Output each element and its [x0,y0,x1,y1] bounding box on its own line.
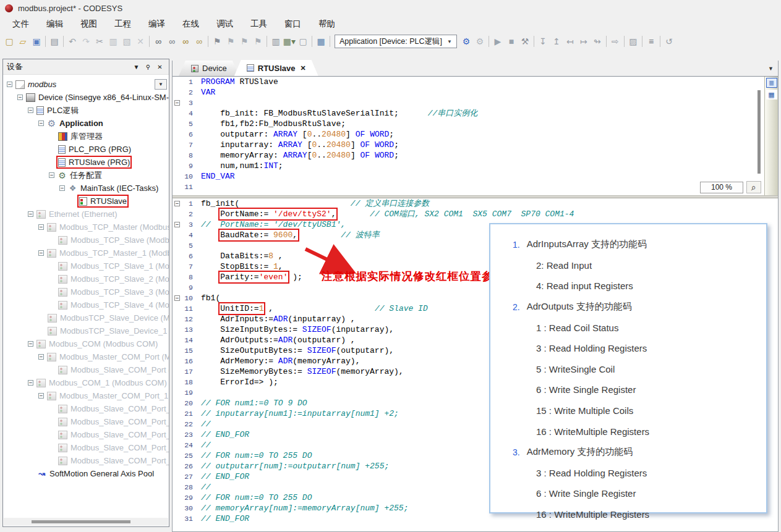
tree-row[interactable]: Modbus_Slave_COM_Port_3 (M [3,428,169,441]
tree-expander-icon[interactable]: − [17,95,23,100]
tree-expander-icon[interactable]: − [38,250,44,256]
code-line[interactable]: 9 num,num1:INT; [173,161,778,171]
implementation-editor[interactable]: −1fb_init( // 定义串口连接参数2 PortName:= '/dev… [173,198,778,531]
menu-item-window[interactable]: 窗口 [276,17,310,32]
clear-bookmarks-icon[interactable]: ⚑ [251,35,265,48]
tree-row[interactable]: −Modbus_COM (Modbus COM) [3,337,169,350]
menu-item-build[interactable]: 编译 [140,17,174,32]
tree-row[interactable]: Modbus_TCP_Slave (Modbus TC [3,234,169,247]
textual-view-button[interactable]: ≣ [766,78,777,88]
set-next-statement-icon[interactable]: ↬ [591,35,604,48]
tree-row[interactable]: Modbus_Slave_COM_Port_2 (M [3,415,169,428]
menu-item-view[interactable]: 视图 [72,17,106,32]
menu-item-online[interactable]: 在线 [174,17,208,32]
tree-row[interactable]: −Modbus_Master_COM_Port_1 (Mod [3,389,169,402]
bookmark-icon[interactable]: ⚑ [210,35,224,48]
code-line[interactable]: 10END_VAR [173,171,778,182]
watch-icon[interactable]: ≡ [644,35,658,48]
tree-expander-icon[interactable]: − [38,224,44,230]
menu-item-tools[interactable]: 工具 [242,17,276,32]
tree-expander-icon[interactable]: − [38,393,44,399]
fold-marker-icon[interactable]: − [174,222,180,227]
editor-vertical-scrollbar[interactable] [758,90,761,174]
build-config-icon[interactable]: ▦▾ [283,35,296,48]
tree-expander-icon[interactable]: − [7,82,12,87]
menu-item-project[interactable]: 工程 [106,17,140,32]
undo-icon[interactable]: ↶ [66,35,79,48]
tab-close-icon[interactable]: ✕ [300,64,305,72]
code-line[interactable]: 8 memoryArray: ARRAY[0..20480] OF WORD; [173,150,778,161]
step-out-icon[interactable]: ↤ [563,35,577,48]
run-to-cursor-icon[interactable]: ↦ [577,35,591,48]
tree-row[interactable]: PLC_PRG (PRG) [3,143,169,156]
close-icon[interactable]: ✕ [155,62,165,72]
tree-row[interactable]: ↝SoftMotion General Axis Pool [3,467,169,480]
previous-bookmark-icon[interactable]: ⚑ [224,35,237,48]
print-icon[interactable]: ▤ [48,35,61,48]
code-line[interactable]: 6 outputarr: ARRAY [0..20480] OF WORD; [173,129,778,140]
tree-expander-icon[interactable]: − [28,380,33,386]
tree-expander-icon[interactable]: − [59,185,65,191]
tree-root-dropdown[interactable]: ▼ [155,79,167,90]
tree-row[interactable]: −⚙Application [3,117,169,130]
compare-icon[interactable]: ▥ [269,35,283,48]
stop-icon[interactable]: ■ [505,35,518,48]
tree-row[interactable]: −Modbus_TCP_Master_1 (Modbus TC [3,247,169,260]
menu-item-debug[interactable]: 调试 [208,17,242,32]
open-project-icon[interactable]: ▱ [16,35,30,48]
menu-item-file[interactable]: 文件 [4,17,38,32]
fold-marker-icon[interactable]: − [174,295,180,301]
code-line[interactable]: 5 fb1,fb2:Fb_ModbusRtuSlave; [173,119,778,129]
tree-row[interactable]: −❖MainTask (IEC-Tasks) [3,182,169,195]
tree-expander-icon[interactable]: − [28,108,33,113]
panel-menu-icon[interactable]: ▼ [131,62,142,72]
start-icon[interactable]: ▶ [491,35,505,48]
tree-row[interactable]: −Modbus_COM_1 (Modbus COM) [3,376,169,389]
tree-row[interactable]: Modbus_TCP_Slave_2 (Modbus [3,272,169,285]
tab-rtuslave[interactable]: RTUSlave ✕ [234,60,318,76]
step-over-icon[interactable]: ↧ [536,35,550,48]
tree-expander-icon[interactable]: − [38,354,44,360]
build-icon[interactable]: ▦ [314,35,328,48]
tree-expander-icon[interactable]: − [28,341,33,347]
save-icon[interactable]: ▣ [30,35,43,48]
tree-row[interactable]: Modbus_TCP_Slave_3 (Modbus [3,285,169,298]
zoom-indicator[interactable]: 100 % [700,182,743,193]
login-icon[interactable]: ⚙ [459,35,473,48]
tree-row[interactable]: −PLC逻辑 [3,104,169,117]
paste-icon[interactable]: ▧ [120,35,134,48]
menu-item-edit[interactable]: 编辑 [38,17,72,32]
tree-row[interactable]: Modbus_TCP_Slave_1 (Modbus [3,260,169,272]
tree-row[interactable]: −Device (Sinsegye x86_64-Linux-SM-CNC) [3,91,169,104]
tree-expander-icon[interactable]: − [38,120,44,126]
tree-row[interactable]: Modbus_Slave_COM_Port_4 (M [3,441,169,454]
code-line[interactable]: −1fb_init( // 定义串口连接参数 [173,198,778,209]
code-line[interactable]: −3 [173,98,778,108]
redo-icon[interactable]: ↷ [79,35,93,48]
step-into-icon[interactable]: ↥ [550,35,563,48]
delete-icon[interactable]: ✕ [134,35,147,48]
tree-row[interactable]: RTUSlave (PRG) [3,156,169,169]
find-icon[interactable]: ∞ [152,35,165,48]
logout-icon[interactable]: ⚙ [473,35,487,48]
code-line[interactable]: 2VAR [173,87,778,98]
tree-row[interactable]: Modbus_TCP_Slave_4 (Modbus [3,298,169,311]
code-line[interactable]: 7 inputarray: ARRAY [0..20480] OF WORD; [173,140,778,150]
devices-horizontal-scrollbar[interactable] [4,518,168,526]
tree-row[interactable]: ModbusTCP_Slave_Device (Modbus [3,311,169,324]
tree-row[interactable]: Modbus_Slave_COM_Port (Mod [3,363,169,376]
menu-item-help[interactable]: 帮助 [310,17,344,32]
scrollbar-thumb[interactable] [32,520,130,523]
tree-row[interactable]: Modbus_Slave_COM_Port_5 (M [3,454,169,467]
tree-expander-icon[interactable]: − [49,172,54,178]
tab-device[interactable]: Device [179,61,239,76]
tree-row[interactable]: ModbusTCP_Slave_Device_1 (Modb [3,324,169,337]
declaration-editor[interactable]: 1PROGRAM RTUSlave2VAR−34 fb_init: FB_Mod… [173,77,778,195]
tree-expander-icon[interactable]: − [28,211,33,217]
pin-icon[interactable]: ⚲ [143,62,153,72]
export-icon[interactable]: ▢ [296,35,310,48]
fold-marker-icon[interactable]: − [174,201,180,206]
tree-row[interactable]: 库管理器 [3,130,169,143]
tabular-view-button[interactable]: ▦ [766,90,777,99]
force-values-icon[interactable]: ⇨ [608,35,622,48]
